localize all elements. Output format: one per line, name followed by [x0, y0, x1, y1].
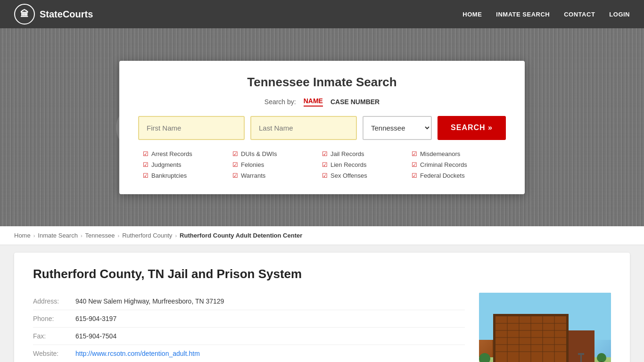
facility-info-section: Address: 940 New Salem Highway, Murfrees…: [33, 293, 611, 362]
nav-contact[interactable]: CONTACT: [564, 11, 595, 18]
phone-label: Phone:: [33, 315, 75, 322]
check-icon-6: ☑: [322, 161, 328, 168]
address-label: Address:: [33, 297, 75, 305]
svg-rect-17: [578, 353, 584, 355]
checkbox-label-10: Sex Offenses: [330, 172, 367, 179]
facility-title: Rutherford County, TN Jail and Prison Sy…: [33, 267, 611, 281]
breadcrumb-sep-4: ›: [175, 233, 177, 239]
svg-rect-16: [580, 354, 582, 362]
checkbox-label-6: Lien Records: [330, 161, 367, 168]
breadcrumb-home[interactable]: Home: [14, 232, 31, 239]
facility-svg: [479, 293, 611, 362]
breadcrumb-tennessee[interactable]: Tennessee: [85, 232, 115, 239]
breadcrumb-sep-2: ›: [81, 233, 83, 239]
main-nav: HOME INMATE SEARCH CONTACT LOGIN: [462, 11, 630, 18]
check-icon-8: ☑: [143, 172, 149, 179]
checkbox-item-3: ☑Misdemeanors: [412, 149, 501, 158]
nav-home[interactable]: HOME: [462, 11, 482, 18]
checkbox-label-1: DUIs & DWIs: [241, 150, 277, 157]
checkbox-label-4: Judgments: [151, 161, 182, 168]
tab-case-number[interactable]: CASE NUMBER: [330, 98, 380, 106]
breadcrumb-sep-3: ›: [117, 233, 119, 239]
checkbox-label-3: Misdemeanors: [420, 150, 460, 157]
checkbox-item-0: ☑Arrest Records: [143, 149, 232, 158]
website-label: Website:: [33, 350, 75, 357]
checkbox-item-11: ☑Federal Dockets: [412, 171, 501, 180]
checkbox-item-9: ☑Warrants: [232, 171, 322, 180]
check-icon-1: ☑: [232, 150, 238, 157]
main-content: Rutherford County, TN Jail and Prison Sy…: [14, 253, 630, 362]
checkbox-label-5: Felonies: [241, 161, 264, 168]
state-select[interactable]: Tennessee Alabama Alaska Arizona Arkansa…: [363, 116, 432, 140]
checkbox-item-6: ☑Lien Records: [322, 160, 412, 169]
checkbox-item-4: ☑Judgments: [143, 160, 232, 169]
check-icon-11: ☑: [412, 172, 417, 179]
checkbox-label-11: Federal Dockets: [420, 172, 465, 179]
checkbox-label-9: Warrants: [241, 172, 265, 179]
check-icon-5: ☑: [232, 161, 238, 168]
checkbox-grid: ☑Arrest Records☑DUIs & DWIs☑Jail Records…: [138, 149, 506, 180]
checkbox-item-8: ☑Bankruptcies: [143, 171, 232, 180]
facility-image: [479, 293, 611, 362]
last-name-input[interactable]: [250, 116, 357, 140]
fax-value: 615-904-7504: [75, 332, 116, 340]
checkbox-label-8: Bankruptcies: [151, 172, 187, 179]
nav-inmate-search[interactable]: INMATE SEARCH: [496, 11, 550, 18]
breadcrumb-current: Rutherford County Adult Detention Center: [180, 232, 302, 239]
search-card: Tennessee Inmate Search Search by: NAME …: [119, 61, 525, 194]
phone-row: Phone: 615-904-3197: [33, 310, 465, 328]
breadcrumb-inmate-search[interactable]: Inmate Search: [38, 232, 78, 239]
logo-area[interactable]: 🏛 StateCourts: [14, 4, 93, 25]
hero-section: COURTHOUSE Tennessee Inmate Search Searc…: [0, 28, 644, 226]
checkbox-item-5: ☑Felonies: [232, 160, 322, 169]
first-name-input[interactable]: [138, 116, 245, 140]
search-by-row: Search by: NAME CASE NUMBER: [138, 97, 506, 107]
facility-info-table: Address: 940 New Salem Highway, Murfrees…: [33, 293, 465, 362]
address-value: 940 New Salem Highway, Murfreesboro, TN …: [75, 297, 224, 305]
svg-point-18: [479, 353, 490, 362]
address-row: Address: 940 New Salem Highway, Murfrees…: [33, 293, 465, 310]
check-icon-7: ☑: [412, 161, 417, 168]
checkbox-item-1: ☑DUIs & DWIs: [232, 149, 322, 158]
checkbox-item-2: ☑Jail Records: [322, 149, 412, 158]
checkbox-item-7: ☑Criminal Records: [412, 160, 501, 169]
breadcrumb: Home › Inmate Search › Tennessee › Ruthe…: [0, 226, 644, 245]
website-row: Website: http://www.rcsotn.com/detention…: [33, 345, 465, 362]
tab-name[interactable]: NAME: [304, 97, 323, 107]
logo-text: StateCourts: [40, 9, 93, 20]
logo-icon: 🏛: [14, 4, 35, 25]
site-header: 🏛 StateCourts HOME INMATE SEARCH CONTACT…: [0, 0, 644, 28]
search-inputs-row: Tennessee Alabama Alaska Arizona Arkansa…: [138, 116, 506, 140]
check-icon-2: ☑: [322, 150, 328, 157]
search-by-label: Search by:: [264, 98, 296, 106]
check-icon-10: ☑: [322, 172, 328, 179]
search-button[interactable]: SEARCH »: [438, 116, 506, 140]
check-icon-9: ☑: [232, 172, 238, 179]
checkbox-label-7: Criminal Records: [420, 161, 467, 168]
checkbox-label-0: Arrest Records: [151, 150, 192, 157]
facility-img-placeholder: [479, 293, 611, 362]
fax-label: Fax:: [33, 332, 75, 340]
checkbox-label-2: Jail Records: [330, 150, 364, 157]
website-link[interactable]: http://www.rcsotn.com/detention_adult.ht…: [75, 350, 200, 357]
nav-login[interactable]: LOGIN: [609, 11, 630, 18]
breadcrumb-sep-1: ›: [33, 233, 35, 239]
check-icon-3: ☑: [412, 150, 417, 157]
checkbox-item-10: ☑Sex Offenses: [322, 171, 412, 180]
breadcrumb-county[interactable]: Rutherford County: [122, 232, 172, 239]
fax-row: Fax: 615-904-7504: [33, 328, 465, 345]
phone-value: 615-904-3197: [75, 315, 116, 322]
check-icon-0: ☑: [143, 150, 149, 157]
search-title: Tennessee Inmate Search: [138, 75, 506, 90]
svg-point-20: [597, 353, 606, 362]
check-icon-4: ☑: [143, 161, 149, 168]
